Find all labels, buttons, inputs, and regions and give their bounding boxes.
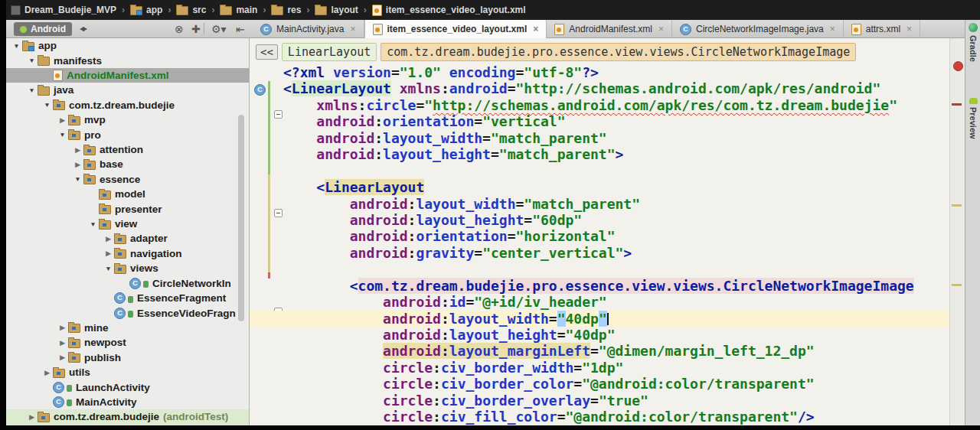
tree-item-base[interactable]: ▶base <box>6 157 249 171</box>
expand-arrow-icon[interactable]: ▶ <box>41 369 53 376</box>
code-line-11[interactable]: android:orientation="horizontal" <box>250 228 949 244</box>
breadcrumb-dream-budejie-mvp[interactable]: Dream_Budejie_MVP <box>11 5 116 15</box>
breadcrumb-src[interactable]: src <box>176 5 206 15</box>
settings-gear-icon[interactable]: ⚙▾ <box>211 21 227 37</box>
tree-item-app[interactable]: ▼app <box>6 38 249 53</box>
error-stripe-mark[interactable] <box>952 103 962 106</box>
expand-arrow-icon[interactable]: ▶ <box>57 339 68 347</box>
tree-item-java[interactable]: ▼java <box>6 83 249 97</box>
code-line-3[interactable]: xmlns:circle="http://schemas.android.com… <box>250 97 949 113</box>
tree-item-essencefragment[interactable]: CEssenceFragment <box>6 291 249 305</box>
tree-item-view[interactable]: ▼view <box>6 217 249 231</box>
tree-item-model[interactable]: model <box>6 187 249 201</box>
expand-arrow-icon[interactable]: ▶ <box>57 353 68 361</box>
inspection-error-badge[interactable] <box>953 61 963 71</box>
collapse-all-icon[interactable]: ⊗ <box>175 21 184 37</box>
code-line-12[interactable]: android:gravity="center_vertical"> <box>250 245 949 261</box>
editor-pane[interactable]: << LinearLayout com.tz.dream.budejie.pro… <box>250 38 949 425</box>
expand-arrow-icon[interactable]: ▼ <box>57 131 68 138</box>
tree-item-adapter[interactable]: ▶adapter <box>6 231 249 246</box>
tree-item-essence[interactable]: ▼essence <box>6 172 249 187</box>
breadcrumb-main[interactable]: main <box>220 5 257 15</box>
tree-item-com-tz-dream-budejie[interactable]: ▼com.tz.dream.budejie <box>6 98 249 112</box>
tab-close-icon[interactable]: × <box>830 24 835 34</box>
expand-arrow-icon[interactable]: ▼ <box>26 57 38 64</box>
view-switch-arrows-icon[interactable]: ◂▸ <box>80 23 86 34</box>
expand-arrow-icon[interactable]: ▼ <box>11 42 22 50</box>
tab-close-icon[interactable]: × <box>658 24 664 34</box>
tree-item-mainactivity[interactable]: CMainActivity <box>6 395 249 409</box>
code-line-10[interactable]: android:layout_height="60dp" <box>250 212 949 228</box>
tab-close-icon[interactable]: × <box>906 24 912 34</box>
code-line-20[interactable]: circle:civ_border_color="@android:color/… <box>250 376 949 392</box>
expand-arrow-icon[interactable]: ▼ <box>26 86 38 94</box>
expand-arrow-icon[interactable]: ▶ <box>72 146 83 154</box>
tree-item-pro[interactable]: ▼pro <box>6 127 249 142</box>
code-area[interactable]: <?xml version="1.0" encoding="utf-8"?><L… <box>250 64 949 425</box>
code-line-14[interactable]: <com.tz.dream.budejie.pro.essence.view.v… <box>250 278 949 294</box>
expand-arrow-icon[interactable]: ▶ <box>103 235 114 243</box>
expand-arrow-icon[interactable]: ▶ <box>57 116 68 124</box>
tree-item-com-tz-dream-budejie-androidtest[interactable]: ▶com.tz.dream.budejie(androidTest) <box>6 409 249 424</box>
breadcrumb-app[interactable]: app <box>130 5 162 15</box>
code-line-13[interactable] <box>250 261 949 277</box>
tree-item-attention[interactable]: ▶attention <box>6 142 249 157</box>
hide-panel-icon[interactable]: ⇤ <box>236 21 245 37</box>
tab-attrs-xml[interactable]: attrs.xml× <box>844 20 920 38</box>
tree-item-publish[interactable]: ▶publish <box>6 350 249 365</box>
expand-arrow-icon[interactable]: ▶ <box>103 249 114 257</box>
tab-circlenetworkimageimage-java[interactable]: CCircleNetworkImageImage.java× <box>672 20 844 38</box>
tree-item-presenter[interactable]: presenter <box>6 201 249 216</box>
tab-close-icon[interactable]: × <box>350 24 355 34</box>
code-line-19[interactable]: circle:civ_border_width="1dp" <box>250 360 949 376</box>
tree-item-navigation[interactable]: ▶navigation <box>6 246 249 261</box>
code-line-15[interactable]: android:id="@+id/iv_header" <box>250 294 949 310</box>
code-line-22[interactable]: circle:civ_fill_color="@android:color/tr… <box>250 409 949 425</box>
tab-item-essence-video-layout-xml[interactable]: item_essence_video_layout.xml× <box>364 20 547 38</box>
tree-item-newpost[interactable]: ▶newpost <box>6 335 249 350</box>
project-view-selector[interactable]: Android <box>14 22 72 36</box>
toolwindow-preview[interactable]: Preview <box>965 98 980 139</box>
tree-item-launchactivity[interactable]: CLaunchActivity <box>6 380 249 394</box>
code-line-17[interactable]: android:layout_height="40dp" <box>250 327 949 343</box>
collapse-breadcrumb-button[interactable]: << <box>256 44 278 60</box>
expand-arrow-icon[interactable]: ▼ <box>41 101 53 109</box>
expand-arrow-icon[interactable]: ▶ <box>26 413 38 421</box>
code-line-6[interactable]: android:layout_height="match_parent"> <box>250 146 949 162</box>
code-line-18[interactable]: android:layout_marginLeft="@dimen/margin… <box>250 343 949 359</box>
expand-arrow-icon[interactable]: ▼ <box>72 175 83 183</box>
code-line-5[interactable]: android:layout_width="match_parent" <box>250 130 949 146</box>
locate-icon[interactable]: ✚ <box>191 21 201 37</box>
code-line-4[interactable]: android:orientation="vertical" <box>250 113 949 129</box>
tree-item-manifests[interactable]: ▼manifests <box>6 53 249 67</box>
tree-item-utils[interactable]: ▶utils <box>6 365 249 380</box>
breadcrumb-tag-chip[interactable]: LinearLayout <box>282 43 377 61</box>
toolwindow-gradle[interactable]: Gradle <box>965 23 980 62</box>
code-line-8[interactable]: <LinearLayout <box>250 179 949 195</box>
tree-item-circlenetworkin[interactable]: CCircleNetworkIn <box>6 276 249 291</box>
expand-arrow-icon[interactable]: ▶ <box>72 161 83 168</box>
breadcrumb-layout[interactable]: layout <box>315 5 358 15</box>
tree-scrollbar[interactable] <box>238 115 244 321</box>
tree-item-essencevideofragn[interactable]: CEssenceVideoFragn <box>6 305 249 320</box>
code-line-21[interactable]: circle:civ_border_overlay="true" <box>250 393 949 409</box>
tab-close-icon[interactable]: × <box>533 24 538 34</box>
tree-item-mine[interactable]: ▶mine <box>6 321 249 335</box>
code-line-9[interactable]: android:layout_width="match_parent" <box>250 196 949 212</box>
breadcrumb-res[interactable]: res <box>271 5 301 15</box>
tree-item-androidmanifest-xml[interactable]: AndroidManifest.xml <box>6 68 249 83</box>
code-line-7[interactable] <box>250 163 949 179</box>
tab-androidmanifest-xml[interactable]: AndroidManifest.xml× <box>547 20 672 38</box>
expand-arrow-icon[interactable]: ▼ <box>87 220 99 228</box>
tree-item-views[interactable]: ▼views <box>6 261 249 275</box>
breadcrumb-class-chip[interactable]: com.tz.dream.budejie.pro.essence.view.vi… <box>381 43 856 61</box>
code-line-2[interactable]: <LinearLayout xmlns:android="http://sche… <box>250 80 949 96</box>
tab-mainactivity-java[interactable]: CMainActivity.java× <box>253 20 364 38</box>
breadcrumb-item-essence-video-layout-xml[interactable]: item_essence_video_layout.xml <box>372 5 526 16</box>
expand-arrow-icon[interactable]: ▶ <box>57 324 68 331</box>
code-line-16[interactable]: android:layout_width="40dp" <box>250 311 949 327</box>
error-stripe-mark[interactable] <box>952 284 962 286</box>
error-stripe-mark[interactable] <box>952 204 962 207</box>
code-line-1[interactable]: <?xml version="1.0" encoding="utf-8"?> <box>250 64 949 80</box>
tree-item-mvp[interactable]: ▶mvp <box>6 112 249 127</box>
